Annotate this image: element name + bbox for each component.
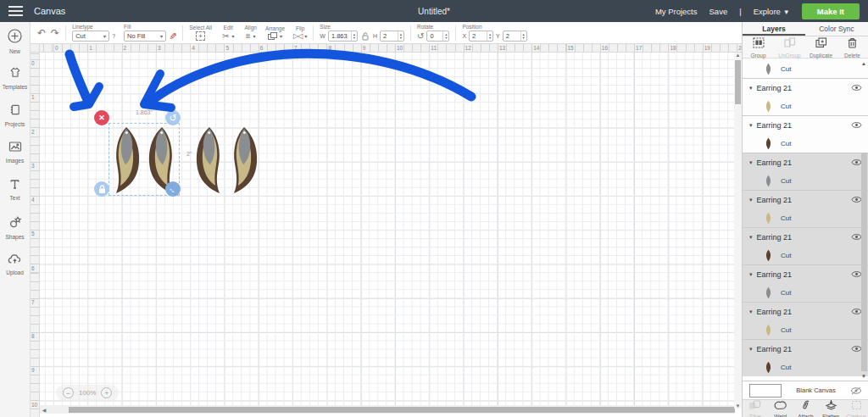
lock-icon: [98, 185, 106, 194]
canvas-color-swatch[interactable]: [749, 384, 782, 398]
design-canvas[interactable]: 01234567891011121314151617181920 0123456…: [31, 44, 742, 417]
size-lock-icon[interactable]: [362, 32, 369, 41]
h-ruler-number: 16: [602, 45, 608, 51]
undo-icon[interactable]: ↶: [37, 28, 46, 38]
arrange-menu[interactable]: ▾: [268, 32, 282, 41]
redo-icon[interactable]: ↷: [51, 28, 59, 38]
resize-selection-handle[interactable]: ↔: [165, 181, 181, 197]
sidebar-item-projects[interactable]: Projects: [0, 97, 30, 134]
layer-group-header[interactable]: ▾Earring 21: [743, 265, 868, 283]
vertical-scrollbar[interactable]: ▲ ▼: [734, 53, 742, 409]
layer-cut-row[interactable]: Cut: [743, 320, 868, 339]
save-link[interactable]: Save: [709, 7, 728, 16]
layer-group-header[interactable]: ▾Earring 21: [743, 191, 868, 208]
caret-down-icon[interactable]: ▾: [749, 197, 753, 203]
earring-shape-3[interactable]: [193, 126, 225, 194]
layer-type-label: Cut: [781, 140, 791, 147]
layer-cut-row[interactable]: Cut: [743, 97, 868, 115]
caret-down-icon[interactable]: ▾: [749, 159, 753, 166]
layer-group-header[interactable]: ▾Earring 21: [743, 228, 868, 246]
zoom-in-button[interactable]: +: [101, 387, 112, 398]
width-label: W: [320, 33, 326, 39]
blank-canvas-row[interactable]: Blank Canvas: [743, 381, 868, 399]
delete-selection-handle[interactable]: ✕: [94, 110, 109, 125]
width-input[interactable]: 1.863▴▾: [328, 31, 358, 42]
sidebar-item-upload[interactable]: Upload: [0, 246, 30, 283]
layer-cut-row[interactable]: Cut: [743, 246, 868, 264]
layer-cut-row[interactable]: Cut: [743, 283, 868, 302]
sidebar-item-shapes[interactable]: Shapes: [0, 208, 30, 246]
scroll-up-icon[interactable]: ▲: [734, 53, 742, 58]
sidebar-item-new[interactable]: New: [0, 22, 30, 59]
earring-shape-4[interactable]: [228, 126, 260, 194]
leaf-swatch-icon: [765, 137, 772, 150]
scroll-down-icon[interactable]: ▼: [734, 403, 742, 409]
contour-icon: [851, 398, 862, 414]
linetype-select[interactable]: Cut▾: [72, 31, 109, 42]
horizontal-scrollbar[interactable]: ◀: [40, 405, 734, 414]
flip-menu[interactable]: ▷◁▾: [293, 32, 307, 40]
lock-selection-handle[interactable]: [94, 181, 109, 197]
select-all-label: Select All: [189, 25, 212, 31]
layer-cut-row[interactable]: Cut: [743, 59, 868, 78]
shirt-icon: [8, 66, 22, 82]
h-ruler-number: 11: [431, 45, 437, 51]
layer-cut-row[interactable]: Cut: [743, 134, 868, 153]
y-input[interactable]: 2▴▾: [503, 31, 527, 42]
h-ruler-number: 1: [89, 45, 92, 51]
pen-color-icon[interactable]: ✎: [167, 32, 178, 40]
fill-select[interactable]: No Fill▾: [124, 31, 166, 42]
caret-down-icon[interactable]: ▾: [749, 122, 753, 129]
h-ruler-number: 14: [533, 45, 539, 51]
rotate-selection-handle[interactable]: ↺: [165, 110, 181, 125]
group-button[interactable]: Group: [743, 36, 774, 58]
height-input[interactable]: 2▴▾: [380, 31, 404, 42]
caret-down-icon[interactable]: ▾: [749, 309, 753, 315]
panel-scroll-down-icon[interactable]: ▼: [860, 374, 867, 379]
panel-scroll-thumb[interactable]: [861, 153, 867, 371]
caret-down-icon[interactable]: ▾: [749, 346, 753, 353]
x-input[interactable]: 2▴▾: [469, 31, 493, 42]
panel-scrollbar[interactable]: ▲ ▼: [860, 61, 867, 379]
layer-group-header[interactable]: ▾Earring 21: [743, 79, 868, 97]
vertical-scroll-thumb[interactable]: [735, 60, 741, 104]
select-all-icon[interactable]: +: [196, 31, 205, 41]
delete-button[interactable]: Delete: [837, 36, 868, 58]
align-menu[interactable]: ≡▾: [246, 31, 256, 42]
sidebar-item-images[interactable]: Images: [0, 134, 30, 171]
make-it-button[interactable]: Make It: [802, 3, 860, 19]
layer-group-header[interactable]: ▾Earring 21: [743, 116, 868, 134]
layer-cut-row[interactable]: Cut: [743, 171, 868, 190]
weld-button[interactable]: Weld: [768, 398, 793, 417]
rotate-input[interactable]: 0▴▾: [426, 31, 449, 42]
panel-scroll-up-icon[interactable]: ▲: [860, 61, 867, 66]
tab-color-sync[interactable]: Color Sync: [805, 22, 868, 36]
my-projects-link[interactable]: My Projects: [655, 7, 698, 16]
layer-group-header[interactable]: ▾Earring 21: [743, 153, 868, 171]
layer-cut-row[interactable]: Cut: [743, 208, 868, 227]
layer-type-label: Cut: [781, 177, 791, 185]
tab-layers[interactable]: Layers: [743, 22, 805, 36]
duplicate-button[interactable]: Duplicate: [805, 36, 837, 58]
explore-menu[interactable]: Explore▼: [754, 7, 790, 16]
layer-group-header[interactable]: ▾Earring 21: [743, 303, 868, 320]
v-ruler-number: 2: [31, 129, 35, 135]
layer-group-header[interactable]: ▾Earring 21: [743, 340, 868, 358]
hamburger-menu-icon[interactable]: [0, 0, 31, 22]
sidebar-item-templates[interactable]: Templates: [0, 59, 30, 97]
caret-down-icon[interactable]: ▾: [749, 271, 753, 278]
linetype-help[interactable]: ?: [112, 33, 115, 39]
caret-down-icon[interactable]: ▾: [749, 234, 753, 241]
eye-slash-icon[interactable]: [850, 386, 862, 395]
horizontal-scroll-thumb[interactable]: [69, 407, 735, 413]
attach-button[interactable]: Attach: [793, 398, 819, 417]
caret-down-icon[interactable]: ▾: [749, 85, 753, 92]
edit-menu[interactable]: ✂▾: [222, 31, 234, 42]
h-ruler-number: 0: [55, 45, 58, 51]
layer-group-1: ▾Earring 21Cut: [743, 78, 868, 115]
layer-cut-row[interactable]: Cut: [743, 358, 868, 376]
flatten-button[interactable]: Flatten: [818, 398, 843, 417]
sidebar-item-text[interactable]: Text: [0, 171, 30, 208]
zoom-out-button[interactable]: −: [63, 387, 74, 398]
scroll-left-icon[interactable]: ◀: [40, 407, 48, 413]
